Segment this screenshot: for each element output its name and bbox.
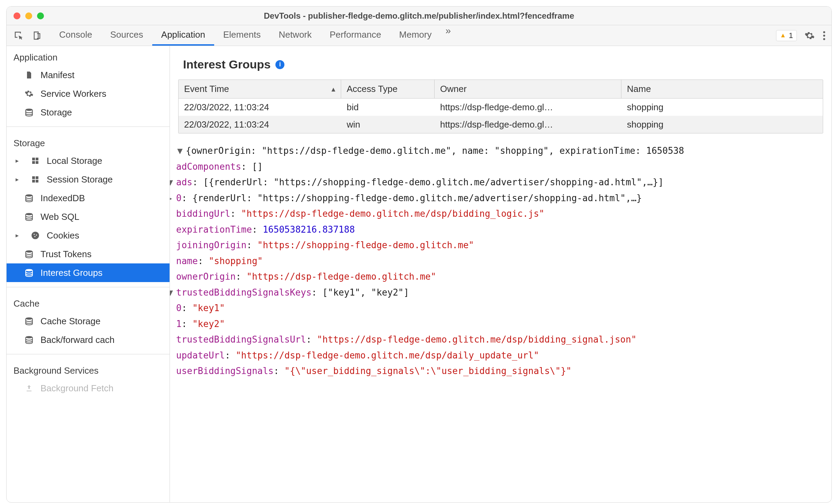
sidebar-item-session-storage[interactable]: Session Storage bbox=[7, 170, 170, 189]
database-icon bbox=[24, 212, 34, 222]
sidebar-item-label: Interest Groups bbox=[40, 268, 102, 278]
database-icon bbox=[24, 193, 34, 203]
device-toolbar-icon[interactable] bbox=[32, 30, 42, 41]
svg-point-18 bbox=[26, 250, 33, 253]
sidebar-item-interest-groups[interactable]: Interest Groups bbox=[7, 263, 170, 282]
sidebar-item-label: Background Fetch bbox=[40, 383, 113, 394]
svg-point-0 bbox=[823, 31, 825, 33]
tab-network[interactable]: Network bbox=[270, 25, 320, 46]
column-header-event-time[interactable]: Event Time bbox=[179, 80, 341, 98]
grid-icon bbox=[30, 156, 40, 166]
sidebar-item-manifest[interactable]: Manifest bbox=[7, 66, 170, 84]
table-row[interactable]: 22/03/2022, 11:03:24bidhttps://dsp-fledg… bbox=[179, 99, 823, 116]
sidebar-item-label: Trust Tokens bbox=[40, 249, 91, 260]
database-icon bbox=[24, 268, 34, 278]
table-row[interactable]: 22/03/2022, 11:03:24winhttps://dsp-fledg… bbox=[179, 116, 823, 133]
titlebar: DevTools - publisher-fledge-demo.glitch.… bbox=[7, 7, 831, 25]
cell-access-type: win bbox=[341, 116, 435, 133]
database-icon bbox=[24, 335, 34, 345]
sidebar-item-cache-storage[interactable]: Cache Storage bbox=[7, 312, 170, 330]
object-inspector[interactable]: ▼{ownerOrigin: "https://dsp-fledge-demo.… bbox=[170, 133, 831, 407]
interest-groups-table: Event Time Access Type Owner Name 22/03/… bbox=[178, 80, 823, 133]
svg-point-2 bbox=[823, 38, 825, 40]
info-icon[interactable]: i bbox=[275, 60, 284, 69]
warnings-count: 1 bbox=[789, 31, 793, 40]
cell-event-time: 22/03/2022, 11:03:24 bbox=[179, 116, 341, 133]
tab-elements[interactable]: Elements bbox=[214, 25, 270, 46]
svg-point-17 bbox=[34, 236, 35, 237]
database-icon bbox=[24, 107, 34, 118]
inspect-element-icon[interactable] bbox=[13, 30, 24, 41]
column-header-owner[interactable]: Owner bbox=[435, 80, 621, 98]
devtools-window: DevTools - publisher-fledge-demo.glitch.… bbox=[6, 6, 832, 503]
more-options-icon[interactable] bbox=[822, 30, 826, 41]
grid-icon bbox=[30, 174, 40, 185]
column-header-access-type[interactable]: Access Type bbox=[341, 80, 435, 98]
svg-point-3 bbox=[26, 109, 33, 111]
tab-performance[interactable]: Performance bbox=[321, 25, 390, 46]
sidebar-section-storage: Storage bbox=[7, 132, 170, 151]
svg-rect-5 bbox=[36, 158, 38, 160]
sidebar-item-label: Storage bbox=[40, 107, 72, 118]
svg-point-12 bbox=[26, 194, 33, 197]
devtools-tabstrip: Console Sources Application Elements Net… bbox=[7, 25, 831, 46]
database-icon bbox=[24, 249, 34, 259]
sidebar-item-bf-cache[interactable]: Back/forward cach bbox=[7, 330, 170, 349]
svg-point-15 bbox=[34, 234, 35, 235]
sidebar-item-label: Local Storage bbox=[47, 156, 102, 166]
more-tabs-icon[interactable]: » bbox=[441, 25, 455, 46]
window-title: DevTools - publisher-fledge-demo.glitch.… bbox=[7, 11, 831, 21]
tab-memory[interactable]: Memory bbox=[390, 25, 441, 46]
column-header-name[interactable]: Name bbox=[621, 80, 823, 98]
database-icon bbox=[24, 316, 34, 326]
svg-rect-9 bbox=[36, 176, 38, 179]
sidebar-item-indexeddb[interactable]: IndexedDB bbox=[7, 189, 170, 207]
close-window-icon[interactable] bbox=[13, 12, 20, 19]
svg-point-14 bbox=[31, 232, 39, 239]
tab-application[interactable]: Application bbox=[152, 25, 214, 46]
expand-toggle-icon[interactable]: ▼ bbox=[170, 175, 174, 190]
sidebar-item-label: Manifest bbox=[40, 70, 74, 81]
sidebar-item-cookies[interactable]: Cookies bbox=[7, 226, 170, 245]
tab-console[interactable]: Console bbox=[50, 25, 101, 46]
maximize-window-icon[interactable] bbox=[37, 12, 44, 19]
settings-gear-icon[interactable] bbox=[804, 30, 815, 41]
svg-rect-11 bbox=[36, 180, 38, 183]
sidebar-item-websql[interactable]: Web SQL bbox=[7, 207, 170, 226]
sidebar-item-label: Cookies bbox=[47, 230, 79, 241]
expand-toggle-icon[interactable]: ▼ bbox=[170, 285, 174, 301]
sidebar-item-label: IndexedDB bbox=[40, 193, 85, 204]
sidebar-item-local-storage[interactable]: Local Storage bbox=[7, 151, 170, 170]
expand-toggle-icon[interactable]: ▼ bbox=[176, 143, 184, 159]
svg-rect-7 bbox=[36, 161, 38, 164]
cell-owner: https://dsp-fledge-demo.gl… bbox=[435, 116, 621, 133]
cell-name: shopping bbox=[621, 99, 823, 116]
cell-owner: https://dsp-fledge-demo.gl… bbox=[435, 99, 621, 116]
sidebar-section-bg-services: Background Services bbox=[7, 359, 170, 379]
warnings-badge[interactable]: 1 bbox=[776, 30, 797, 41]
svg-point-19 bbox=[26, 269, 33, 271]
sidebar-item-background-fetch[interactable]: Background Fetch bbox=[7, 379, 170, 398]
svg-point-1 bbox=[823, 35, 825, 37]
svg-rect-6 bbox=[32, 161, 35, 164]
svg-rect-4 bbox=[32, 158, 35, 160]
sidebar-section-cache: Cache bbox=[7, 292, 170, 312]
sidebar-item-service-workers[interactable]: Service Workers bbox=[7, 84, 170, 103]
cookie-icon bbox=[30, 230, 40, 241]
minimize-window-icon[interactable] bbox=[25, 12, 32, 19]
cell-access-type: bid bbox=[341, 99, 435, 116]
sidebar-item-label: Service Workers bbox=[40, 88, 106, 99]
main-panel: Interest Groups i Event Time Access Type… bbox=[170, 46, 831, 502]
cell-name: shopping bbox=[621, 116, 823, 133]
sidebar-item-trust-tokens[interactable]: Trust Tokens bbox=[7, 245, 170, 263]
tab-sources[interactable]: Sources bbox=[101, 25, 152, 46]
file-icon bbox=[24, 70, 34, 80]
sidebar-item-label: Session Storage bbox=[47, 174, 113, 185]
svg-point-16 bbox=[36, 234, 37, 235]
cell-event-time: 22/03/2022, 11:03:24 bbox=[179, 99, 341, 116]
svg-rect-10 bbox=[32, 180, 35, 183]
sidebar-item-label: Web SQL bbox=[40, 212, 79, 222]
expand-toggle-icon[interactable]: ▸ bbox=[170, 190, 174, 206]
svg-point-13 bbox=[26, 213, 33, 215]
sidebar-item-storage[interactable]: Storage bbox=[7, 103, 170, 122]
